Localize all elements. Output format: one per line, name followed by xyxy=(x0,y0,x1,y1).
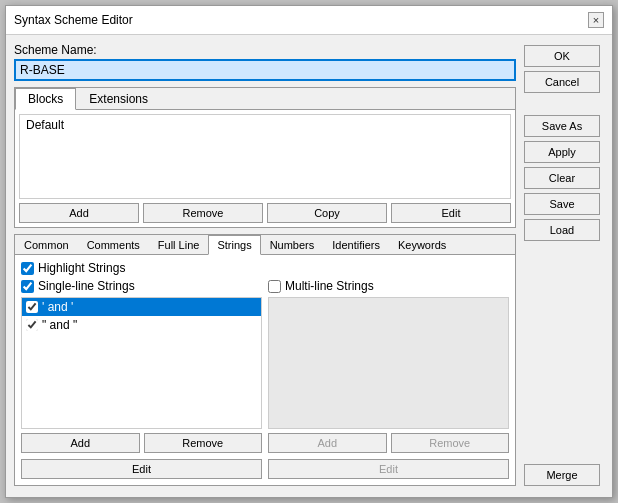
tab-blocks[interactable]: Blocks xyxy=(15,88,76,110)
ok-button[interactable]: OK xyxy=(524,45,600,67)
tab-strings[interactable]: Strings xyxy=(208,235,260,255)
tab-extensions[interactable]: Extensions xyxy=(76,88,161,109)
bottom-tabs-section: Common Comments Full Line Strings Number… xyxy=(14,234,516,486)
bottom-tab-bar: Common Comments Full Line Strings Number… xyxy=(15,235,515,255)
multi-line-buttons: Add Remove xyxy=(268,433,509,453)
multi-add-button[interactable]: Add xyxy=(268,433,387,453)
single-line-label: Single-line Strings xyxy=(38,279,135,293)
blocks-edit-button[interactable]: Edit xyxy=(391,203,511,223)
tab-identifiers[interactable]: Identifiers xyxy=(323,235,389,254)
item-value: ' and ' xyxy=(42,300,73,314)
list-item: Default xyxy=(22,117,508,133)
single-edit-row: Edit xyxy=(21,459,262,479)
blocks-list: Default xyxy=(19,114,511,199)
item-checkbox[interactable] xyxy=(26,319,38,331)
dialog-body: Scheme Name: Blocks Extensions Default A… xyxy=(6,35,612,494)
list-item[interactable]: ' and ' xyxy=(22,298,261,316)
scheme-name-section: Scheme Name: xyxy=(14,43,516,81)
highlight-strings-row: Highlight Strings xyxy=(21,261,509,275)
multi-line-checkbox[interactable] xyxy=(268,280,281,293)
item-value: " and " xyxy=(42,318,77,332)
strings-content: Highlight Strings Single-line Strings xyxy=(15,255,515,485)
left-panel: Scheme Name: Blocks Extensions Default A… xyxy=(14,43,516,486)
save-button[interactable]: Save xyxy=(524,193,600,215)
single-line-list: ' and ' " and " xyxy=(21,297,262,429)
merge-button[interactable]: Merge xyxy=(524,464,600,486)
multi-line-col: Multi-line Strings Add Remove Edit xyxy=(268,279,509,479)
blocks-buttons: Add Remove Copy Edit xyxy=(19,203,511,223)
right-panel: OK Cancel Save As Apply Clear Save Load … xyxy=(524,43,604,486)
tab-full-line[interactable]: Full Line xyxy=(149,235,209,254)
single-line-checkbox[interactable] xyxy=(21,280,34,293)
blocks-copy-button[interactable]: Copy xyxy=(267,203,387,223)
blocks-tabbed-section: Blocks Extensions Default Add Remove Cop… xyxy=(14,87,516,228)
tab-keywords[interactable]: Keywords xyxy=(389,235,455,254)
blocks-tab-bar: Blocks Extensions xyxy=(15,88,515,110)
multi-line-label: Multi-line Strings xyxy=(285,279,374,293)
scheme-name-label: Scheme Name: xyxy=(14,43,516,57)
load-button[interactable]: Load xyxy=(524,219,600,241)
tab-numbers[interactable]: Numbers xyxy=(261,235,324,254)
single-add-button[interactable]: Add xyxy=(21,433,140,453)
single-remove-button[interactable]: Remove xyxy=(144,433,263,453)
blocks-add-button[interactable]: Add xyxy=(19,203,139,223)
close-button[interactable]: × xyxy=(588,12,604,28)
highlight-strings-label: Highlight Strings xyxy=(38,261,125,275)
scheme-name-input[interactable] xyxy=(14,59,516,81)
multi-edit-button[interactable]: Edit xyxy=(268,459,509,479)
single-edit-button[interactable]: Edit xyxy=(21,459,262,479)
list-item[interactable]: " and " xyxy=(22,316,261,334)
clear-button[interactable]: Clear xyxy=(524,167,600,189)
single-line-header: Single-line Strings xyxy=(21,279,262,293)
single-line-col: Single-line Strings ' and ' " and " xyxy=(21,279,262,479)
apply-button[interactable]: Apply xyxy=(524,141,600,163)
multi-line-list xyxy=(268,297,509,429)
tab-common[interactable]: Common xyxy=(15,235,78,254)
cancel-button[interactable]: Cancel xyxy=(524,71,600,93)
multi-edit-row: Edit xyxy=(268,459,509,479)
strings-columns: Single-line Strings ' and ' " and " xyxy=(21,279,509,479)
blocks-remove-button[interactable]: Remove xyxy=(143,203,263,223)
multi-line-header: Multi-line Strings xyxy=(268,279,509,293)
highlight-strings-checkbox[interactable] xyxy=(21,262,34,275)
single-line-buttons: Add Remove xyxy=(21,433,262,453)
blocks-tab-content: Default Add Remove Copy Edit xyxy=(15,110,515,227)
item-checkbox[interactable] xyxy=(26,301,38,313)
title-bar: Syntax Scheme Editor × xyxy=(6,6,612,35)
save-as-button[interactable]: Save As xyxy=(524,115,600,137)
multi-remove-button[interactable]: Remove xyxy=(391,433,510,453)
dialog-title: Syntax Scheme Editor xyxy=(14,13,133,27)
tab-comments[interactable]: Comments xyxy=(78,235,149,254)
syntax-scheme-editor-dialog: Syntax Scheme Editor × Scheme Name: Bloc… xyxy=(5,5,613,498)
